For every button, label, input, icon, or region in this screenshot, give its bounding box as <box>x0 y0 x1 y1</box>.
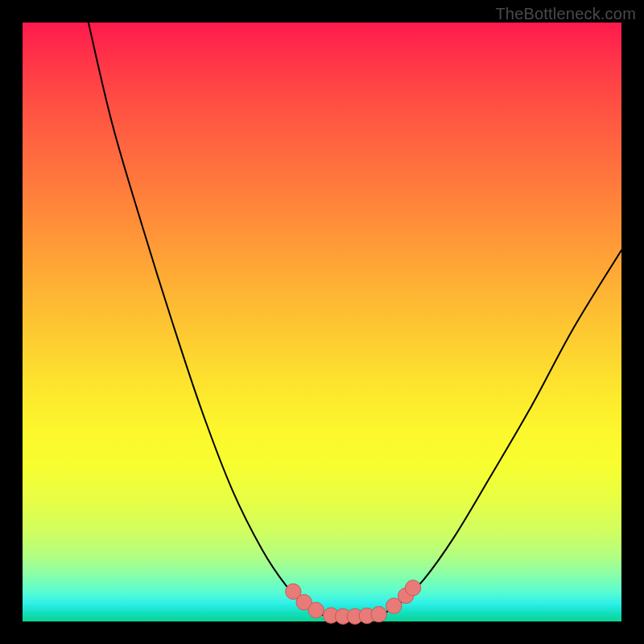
watermark-text: TheBottleneck.com <box>495 5 636 23</box>
valley-marker <box>371 606 386 621</box>
valley-marker <box>405 580 420 596</box>
series-group <box>89 23 621 617</box>
marker-group <box>286 580 421 625</box>
valley-marker <box>308 602 324 617</box>
curve-layer <box>23 23 621 621</box>
chart-frame: TheBottleneck.com <box>0 0 644 644</box>
plot-area <box>23 23 621 621</box>
bottleneck-curve <box>89 23 621 617</box>
